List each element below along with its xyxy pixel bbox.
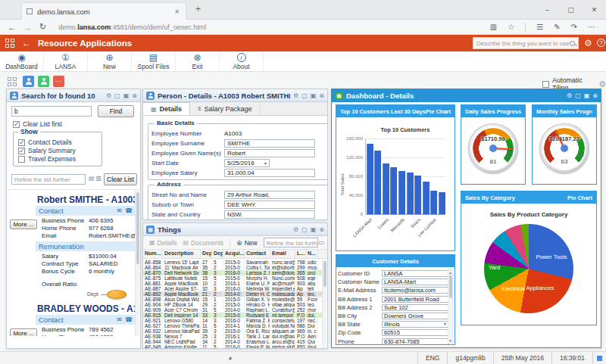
employee-list-scrollbar[interactable]: [135, 191, 139, 336]
find-button[interactable]: Find: [98, 105, 134, 117]
app-grid-icon[interactable]: [5, 39, 14, 48]
bar-5[interactable]: [407, 173, 414, 214]
panel-maximize-icon[interactable]: ▢: [301, 226, 308, 233]
phone-icon[interactable]: ☎: [125, 316, 133, 323]
bar-9[interactable]: [439, 192, 445, 214]
text-input[interactable]: ltcdemo@lansa.com: [382, 287, 448, 294]
refresh-icon[interactable]: ↻: [39, 22, 46, 32]
hub-icon[interactable]: ☰: [536, 23, 543, 31]
toolbar-exit[interactable]: ⊗Exit: [176, 51, 220, 71]
text-input[interactable]: LANSA: [382, 270, 448, 277]
text-input[interactable]: 60515: [382, 329, 448, 336]
forward-icon[interactable]: →: [23, 23, 32, 32]
panel-maximize-icon[interactable]: ▢: [114, 92, 120, 99]
tiling-gear-icon[interactable]: ⚙: [598, 79, 606, 89]
pie-chart-link[interactable]: Pie Chart: [426, 108, 451, 115]
column-header-7[interactable]: L...: [295, 250, 306, 258]
search-panel-header[interactable]: Search for b found 10 ⚙ ▢ ▣ ⊗: [7, 89, 140, 102]
panel-maximize-icon[interactable]: ▢: [301, 92, 308, 99]
back-icon[interactable]: ←: [8, 23, 16, 32]
bar-1[interactable]: [374, 151, 381, 214]
dropdown-icon[interactable]: ▾: [264, 160, 267, 166]
bar-7[interactable]: [423, 182, 430, 214]
panel-close-icon[interactable]: ⊗: [319, 92, 324, 99]
column-header-8[interactable]: N...: [306, 250, 318, 258]
scrollbar-thumb[interactable]: [136, 192, 139, 264]
mail-icon[interactable]: ✉: [117, 316, 122, 323]
table-row[interactable]: AE-944NEC LightPad3422014-0Erasmus L.arc…: [143, 339, 323, 344]
text-input[interactable]: DEE WHY.: [224, 201, 315, 209]
bar-3[interactable]: [390, 167, 397, 214]
more-button[interactable]: More ...: [10, 219, 37, 229]
daily-card-header[interactable]: Daily Sales Progress: [461, 105, 525, 117]
panel-gear-icon[interactable]: ⚙: [293, 226, 298, 233]
toolbar-lansa[interactable]: ①LANSA: [44, 51, 88, 71]
table-row[interactable]: AE-927Lenovo ThinkPa1152014-1Marcia D. H…: [143, 323, 323, 328]
panel-gear-icon[interactable]: ⚙: [567, 92, 572, 99]
automatic-tiling-checkbox[interactable]: [542, 81, 549, 88]
customer-card-header[interactable]: Customer Details: [336, 255, 454, 267]
table-row[interactable]: AE-909Acer C7 Chrom3152014-0Raphael L.Cu…: [143, 307, 323, 313]
table-row[interactable]: AE-921Lenovo G5801432016-0Fatima Z. Bcon…: [143, 318, 323, 323]
customer-form-scrollbar[interactable]: ▴ ▾: [448, 269, 453, 344]
scroll-top-icon[interactable]: ▴: [229, 354, 232, 361]
search-icon[interactable]: [570, 41, 575, 46]
bar-8[interactable]: [430, 191, 437, 214]
things-refine-input[interactable]: Refine the list further: [264, 238, 318, 247]
employee-list[interactable]: Robert SMITHE - A1003Contact✉☎Business P…: [7, 191, 136, 336]
reading-view-icon[interactable]: ▥: [490, 23, 497, 31]
panel-close-icon[interactable]: ⊗: [132, 92, 137, 99]
toolbar-spool-files[interactable]: ▤Spool Files: [132, 51, 176, 71]
window-close-button[interactable]: ✕: [583, 0, 606, 20]
dashboard-panel-header[interactable]: ▦ Dashboard - Details ⚙ ▢ ▣ ⊗: [332, 89, 601, 102]
panel-maximize-icon[interactable]: ▢: [575, 92, 581, 99]
documents-button-disabled[interactable]: ▤ Documents: [183, 239, 224, 247]
new-thing-button[interactable]: ⊕ New: [236, 239, 258, 247]
pie-card-header[interactable]: Sales By Category Pie Chart: [461, 191, 596, 204]
panel-restore-icon[interactable]: ▣: [311, 226, 317, 233]
panel-restore-icon[interactable]: ▣: [123, 92, 130, 99]
column-header-5[interactable]: Contact: [245, 250, 270, 258]
bar-0[interactable]: [367, 144, 373, 214]
column-header-1[interactable]: Description: [163, 250, 201, 258]
toolbar-about[interactable]: iAbout: [220, 51, 264, 71]
text-input[interactable]: NSW.: [224, 210, 315, 219]
panel-restore-icon[interactable]: ▣: [311, 92, 317, 99]
text-input[interactable]: SMITHE: [224, 139, 315, 148]
window-thumb-2-person-icon[interactable]: [38, 76, 49, 87]
column-header-2[interactable]: Dep. ...: [201, 250, 212, 258]
things-table-body[interactable]: AE-858Lenevo 15' Lapt2752015-0Savannah N…: [143, 260, 323, 349]
window-thumb-3-icon[interactable]: ⋯: [53, 76, 64, 87]
table-row[interactable]: AE-870Dell Network Sv3832016-0Larissa Z.…: [143, 270, 323, 275]
checkbox-icon[interactable]: ✓: [18, 148, 25, 154]
refine-toggle-icons[interactable]: ▤▥: [89, 175, 103, 182]
things-scrollbar[interactable]: [322, 260, 326, 349]
app-back-icon[interactable]: ←: [22, 38, 31, 48]
things-panel-header[interactable]: ▦ Things ⚙ ▢ ▣ ⊗: [143, 223, 327, 236]
share-icon[interactable]: ↷: [571, 23, 577, 31]
tile-grid-icon[interactable]: [8, 77, 17, 86]
table-row[interactable]: AE-932Lenovo IdeaPad3932015-0Ora E. Roch…: [143, 328, 323, 334]
text-input[interactable]: Downers Grove: [382, 313, 448, 319]
checkbox-icon[interactable]: [18, 156, 25, 163]
monitor-icon[interactable]: ▭: [318, 239, 324, 246]
panel-gear-icon[interactable]: ⚙: [106, 92, 111, 99]
panel-gear-icon[interactable]: ⚙: [293, 92, 298, 99]
column-header-6[interactable]: Email: [270, 250, 295, 258]
text-input[interactable]: 31,000.04: [224, 169, 315, 177]
show-option-contact-details[interactable]: ✓Contact Details: [18, 138, 102, 146]
column-header-4[interactable]: Acqui...: [223, 250, 245, 258]
table-row[interactable]: AE-875Lattitude Noteb1552015-0Murphy H.N…: [143, 275, 323, 281]
tab-salary-package[interactable]: $ Salary Package: [190, 102, 261, 115]
app-search-input[interactable]: Describe the thing you want to use: [473, 37, 579, 49]
more-actions-icon[interactable]: ⋯: [588, 23, 595, 31]
monthly-card-header[interactable]: Monthly Sales Progress: [533, 105, 596, 117]
tab-close-icon[interactable]: ✕: [173, 7, 181, 17]
table-row[interactable]: AE-949Amazon Kindle1152016-0Flavia P. Wm…: [143, 344, 323, 349]
tab-details[interactable]: ▦ Details: [143, 102, 190, 115]
text-input[interactable]: 2001 Butterfield Road: [382, 296, 448, 303]
table-row[interactable]: AE-904HP ZBook 142922015-0Hiroko D. Hvit…: [143, 302, 323, 307]
table-row[interactable]: AE-86411' Macbook Air3522015-0Colby I. T…: [143, 265, 323, 270]
scrollbar-thumb[interactable]: [323, 261, 326, 287]
checkbox-icon[interactable]: ✓: [18, 139, 25, 146]
